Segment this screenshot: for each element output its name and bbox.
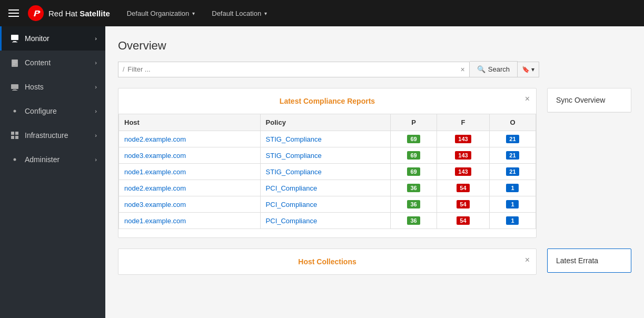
cell-host[interactable]: node3.example.com (119, 196, 261, 213)
hosts-icon (10, 82, 19, 92)
search-icon: 🔍 (477, 65, 486, 73)
redhat-logo-icon (27, 5, 44, 22)
compliance-table: Host Policy P F O node2.example.comSTIG_… (118, 114, 536, 229)
compliance-card-header: Latest Compliance Reports × (118, 88, 536, 114)
svg-point-12 (14, 110, 16, 113)
badge-other: 1 (506, 184, 519, 192)
cell-policy[interactable]: STIG_Compliance (260, 164, 390, 180)
badge-pass: 36 (407, 184, 420, 192)
badge-fail: 54 (457, 184, 469, 192)
cell-p: 36 (391, 213, 437, 229)
cell-p: 36 (391, 180, 437, 196)
svg-rect-15 (11, 136, 14, 139)
badge-fail: 143 (455, 167, 471, 176)
sidebar-label-infrastructure: Infrastructure (25, 131, 68, 140)
top-nav: Red Hat Satellite Default Organization ▾… (0, 0, 644, 26)
badge-fail: 143 (455, 151, 471, 160)
col-f: F (437, 114, 490, 131)
cell-o: 21 (489, 131, 536, 147)
sidebar-label-monitor: Monitor (25, 34, 49, 43)
svg-point-11 (14, 86, 16, 88)
col-host: Host (119, 114, 261, 131)
cell-policy[interactable]: PCI_Compliance (260, 213, 390, 229)
cell-policy[interactable]: STIG_Compliance (260, 147, 390, 164)
badge-other: 21 (506, 151, 519, 160)
cell-o: 21 (489, 164, 536, 180)
table-row: node3.example.comPCI_Compliance36541 (119, 196, 536, 213)
org-dropdown-arrow-icon: ▾ (192, 11, 195, 16)
sidebar-item-hosts[interactable]: Hosts › (0, 75, 105, 99)
cell-f: 143 (437, 164, 490, 180)
svg-rect-2 (13, 41, 16, 42)
infrastructure-icon (10, 131, 19, 140)
bookmark-icon: 🔖 (522, 66, 530, 73)
chevron-right-icon: › (95, 156, 97, 163)
cell-host[interactable]: node3.example.com (119, 147, 261, 164)
compliance-card-close-button[interactable]: × (525, 95, 530, 103)
svg-rect-9 (13, 90, 16, 90)
hamburger-menu[interactable] (8, 9, 19, 17)
svg-rect-4 (12, 59, 18, 67)
monitor-icon (10, 34, 19, 43)
loc-dropdown[interactable]: Default Location ▾ (212, 9, 267, 17)
cell-host[interactable]: node1.example.com (119, 164, 261, 180)
filter-input-wrapper: / × (118, 62, 470, 77)
badge-fail: 143 (455, 135, 471, 143)
page-title: Overview (118, 39, 631, 53)
table-row: node1.example.comPCI_Compliance36541 (119, 213, 536, 229)
cell-host[interactable]: node2.example.com (119, 180, 261, 196)
bookmark-dropdown-button[interactable]: 🔖 ▾ (518, 62, 539, 77)
table-row: node2.example.comPCI_Compliance36541 (119, 180, 536, 196)
badge-pass: 69 (407, 151, 420, 160)
table-row: node3.example.comSTIG_Compliance6914321 (119, 147, 536, 164)
svg-point-17 (14, 158, 16, 161)
cell-host[interactable]: node2.example.com (119, 131, 261, 147)
sidebar-label-administer: Administer (25, 155, 60, 164)
compliance-card-title: Latest Compliance Reports (280, 97, 375, 105)
bookmark-arrow-icon: ▾ (531, 66, 534, 73)
cell-policy[interactable]: STIG_Compliance (260, 131, 390, 147)
sidebar-item-content[interactable]: Content › (0, 51, 105, 75)
filter-bar: / × 🔍 Search 🔖 ▾ (118, 61, 539, 77)
cell-o: 1 (489, 180, 536, 196)
cell-f: 143 (437, 131, 490, 147)
chevron-right-icon: › (95, 59, 97, 66)
badge-fail: 54 (457, 216, 469, 225)
sidebar-label-content: Content (25, 58, 51, 67)
badge-pass: 69 (407, 167, 420, 176)
compliance-card: Latest Compliance Reports × Host Policy … (118, 88, 537, 238)
bottom-cards-row: Host Collections × Latest Errata (118, 249, 631, 275)
sidebar-item-configure[interactable]: Configure › (0, 99, 105, 123)
sidebar-label-configure: Configure (25, 107, 57, 115)
sidebar-label-hosts: Hosts (25, 83, 44, 91)
administer-icon (10, 155, 19, 164)
cell-f: 143 (437, 147, 490, 164)
cell-o: 1 (489, 196, 536, 213)
badge-pass: 69 (407, 135, 420, 143)
cell-f: 54 (437, 196, 490, 213)
host-collections-card: Host Collections × (118, 249, 537, 275)
filter-clear-icon[interactable]: × (461, 65, 465, 74)
host-collections-title: Host Collections (298, 257, 356, 266)
sync-overview-title: Sync Overview (548, 88, 631, 112)
host-collections-close-button[interactable]: × (525, 255, 530, 265)
sidebar-item-infrastructure[interactable]: Infrastructure › (0, 123, 105, 147)
col-o: O (489, 114, 536, 131)
table-row: node2.example.comSTIG_Compliance6914321 (119, 131, 536, 147)
col-policy: Policy (260, 114, 390, 131)
chevron-right-icon: › (95, 35, 97, 42)
svg-rect-3 (12, 42, 17, 43)
latest-errata-card: Latest Errata (547, 249, 631, 273)
org-dropdown[interactable]: Default Organization ▾ (127, 9, 195, 17)
filter-input[interactable] (127, 65, 457, 73)
search-button[interactable]: 🔍 Search (470, 61, 518, 77)
badge-other: 1 (506, 216, 519, 225)
latest-errata-title: Latest Errata (548, 249, 631, 272)
cell-host[interactable]: node1.example.com (119, 213, 261, 229)
sidebar-item-administer[interactable]: Administer › (0, 147, 105, 172)
cell-policy[interactable]: PCI_Compliance (260, 180, 390, 196)
table-row: node1.example.comSTIG_Compliance6914321 (119, 164, 536, 180)
cell-policy[interactable]: PCI_Compliance (260, 196, 390, 213)
sidebar-item-monitor[interactable]: Monitor › (0, 26, 105, 51)
cell-o: 21 (489, 147, 536, 164)
